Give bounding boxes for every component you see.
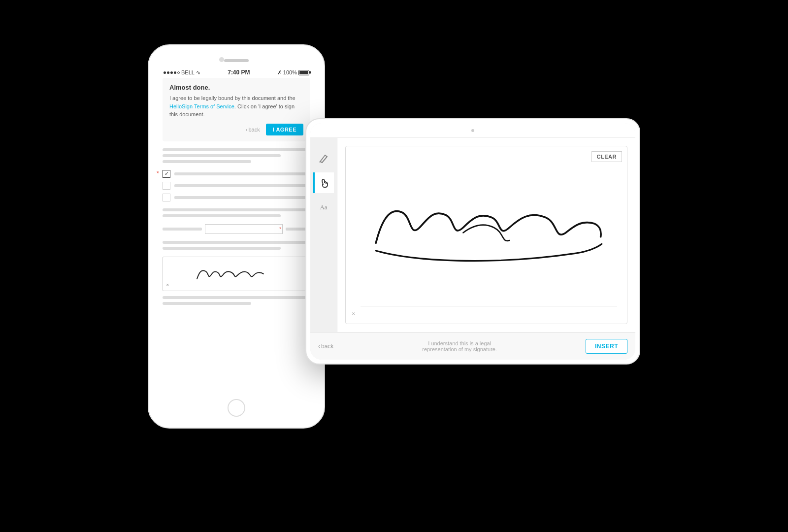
type-icon: Aa <box>320 203 327 211</box>
phone-device: BELL ∿ 7:40 PM ✗ 100% Almost done. <box>148 44 325 429</box>
tab-touch[interactable] <box>313 172 334 193</box>
checkbox-row-1[interactable]: ✓ <box>163 170 310 178</box>
battery-area: ✗ 100% <box>277 69 309 76</box>
checkbox-row-3[interactable] <box>163 194 310 201</box>
agreement-body-start: I agree to be legally bound by this docu… <box>169 95 296 101</box>
doc-line <box>163 302 251 305</box>
input-required-asterisk: * <box>279 226 281 232</box>
form-input[interactable]: * <box>205 224 283 234</box>
tos-link[interactable]: HelloSign Terms of Service <box>169 103 234 109</box>
tablet-sidebar: Aa <box>310 138 337 332</box>
insert-button[interactable]: INSERT <box>586 339 627 354</box>
document-lines-top <box>163 148 310 163</box>
doc-line <box>163 154 281 157</box>
tablet-footer: ‹ back I understand this is a legalrepre… <box>310 332 635 360</box>
doc-line <box>163 214 281 217</box>
tablet-back-label: back <box>321 343 333 350</box>
doc-line <box>163 296 310 299</box>
doc-line <box>163 247 281 250</box>
doc-line <box>163 208 310 211</box>
checkmark-icon: ✓ <box>164 170 169 177</box>
signal-dot-4 <box>174 71 176 74</box>
signature-baseline <box>361 306 617 306</box>
tab-draw[interactable] <box>313 148 334 168</box>
signal-dot-2 <box>167 71 169 74</box>
tablet-device: Aa CLEAR <box>305 118 640 365</box>
tablet-top-decoration <box>310 123 635 138</box>
back-chevron: ‹ <box>246 127 248 133</box>
agreement-actions: ‹ back I AGREE <box>169 124 303 135</box>
document-lines-mid <box>163 208 310 217</box>
carrier-name: BELL <box>181 69 195 75</box>
tablet-main-area: Aa CLEAR <box>310 138 635 332</box>
tablet-signature-x: × <box>352 310 355 318</box>
phone-signature-box[interactable]: × <box>163 257 310 291</box>
back-chevron-icon: ‹ <box>318 343 320 350</box>
checkbox-label-line-3 <box>174 196 310 199</box>
phone-speaker <box>224 59 249 62</box>
phone-signature-svg <box>187 262 286 286</box>
back-label: back <box>248 127 260 133</box>
draw-icon <box>318 153 329 164</box>
agreement-text: I agree to be legally bound by this docu… <box>169 94 303 119</box>
phone-status-bar: BELL ∿ 7:40 PM ✗ 100% <box>154 65 319 78</box>
signature-canvas[interactable]: CLEAR × <box>345 146 627 324</box>
form-row: * <box>163 224 310 234</box>
agreement-title: Almost done. <box>169 84 303 91</box>
battery-fill <box>299 71 308 74</box>
phone-home-button[interactable] <box>228 399 245 417</box>
checkbox-label-line-2 <box>174 184 310 187</box>
document-lines-bottom <box>163 241 310 250</box>
doc-line <box>163 160 251 163</box>
form-label-line <box>163 228 202 231</box>
touch-icon <box>319 177 330 188</box>
tablet-legal-text: I understand this is a legalrepresentati… <box>339 340 580 352</box>
checkbox-2[interactable] <box>163 182 170 190</box>
checkbox-area: * ✓ <box>163 170 310 201</box>
tablet-signature-svg <box>361 151 617 304</box>
required-asterisk: * <box>157 170 159 177</box>
phone-content: Almost done. I agree to be legally bound… <box>154 78 319 305</box>
wifi-icon: ∿ <box>196 69 200 76</box>
phone-camera <box>219 57 224 62</box>
tablet-camera <box>471 129 474 132</box>
bottom-doc-lines <box>163 296 310 305</box>
doc-line <box>163 148 310 151</box>
signal-dot-1 <box>164 71 166 74</box>
checkbox-3[interactable] <box>163 194 170 201</box>
checkbox-row-2[interactable] <box>163 182 310 190</box>
doc-line <box>163 241 310 244</box>
agreement-box: Almost done. I agree to be legally bound… <box>163 78 310 141</box>
tab-type[interactable]: Aa <box>313 197 334 218</box>
i-agree-button[interactable]: I AGREE <box>266 124 303 135</box>
checkbox-1[interactable]: ✓ <box>163 170 170 178</box>
phone-time: 7:40 PM <box>228 69 250 76</box>
carrier-area: BELL ∿ <box>164 69 200 76</box>
tablet-canvas-area: CLEAR × <box>337 138 635 332</box>
tablet-back-button[interactable]: ‹ back <box>318 343 333 350</box>
signal-dots <box>164 71 180 74</box>
checkbox-label-line-1 <box>174 172 310 175</box>
signal-dot-3 <box>170 71 173 74</box>
back-link[interactable]: ‹ back <box>246 127 260 133</box>
bluetooth-icon: ✗ <box>277 69 282 76</box>
signal-dot-5 <box>177 71 180 74</box>
battery-percent: 100% <box>283 69 297 75</box>
battery-icon <box>298 70 309 75</box>
signature-x-mark: × <box>166 282 169 288</box>
